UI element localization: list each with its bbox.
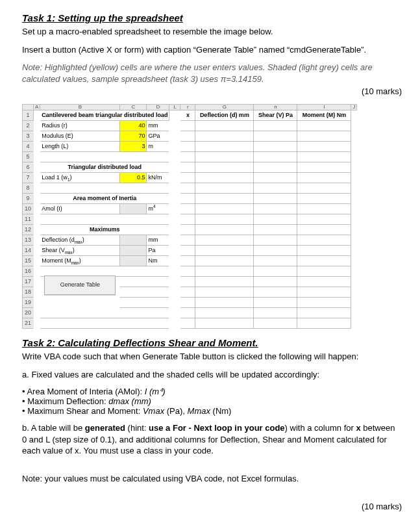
- task2-note: Note: your values must be calculated usi…: [22, 473, 402, 485]
- label-vmax: Shear (Vmax): [40, 245, 120, 255]
- section-triload: Triangular distributed load: [40, 162, 169, 172]
- unit-radius: mm: [147, 120, 169, 131]
- value-modulus[interactable]: 70: [120, 131, 147, 141]
- task2-para1: Write VBA code such that when Generate T…: [22, 351, 402, 363]
- value-amol: [120, 203, 147, 214]
- col-deflection: Deflection (d) mm: [195, 110, 254, 120]
- unit-length: m: [147, 141, 169, 151]
- bullet-vmax-mmax: Maximum Shear and Moment: Vmax (Pa), Mma…: [22, 406, 402, 416]
- col-x: x: [180, 110, 195, 120]
- task2-paraB: b. A table will be generated (hint: use …: [22, 422, 402, 457]
- task1-marks: (10 marks): [22, 86, 402, 97]
- unit-dmax: mm: [147, 235, 169, 245]
- col-shear: Shear (V) Pa: [254, 110, 297, 120]
- label-radius: Radius (r): [40, 120, 120, 131]
- task2-marks: (10 marks): [22, 501, 402, 512]
- task2-paraA: a. Fixed values are calculated and the s…: [22, 369, 402, 381]
- section-inertia: Area moment of Inertia: [40, 193, 169, 203]
- unit-amol: m4: [147, 203, 169, 214]
- section-beam: Cantilevered beam triangular distributed…: [40, 110, 169, 120]
- task2-title: Task 2: Calculating Deflections Shear an…: [22, 337, 402, 350]
- bullet-dmax: Maximum Deflection: dmax (mm): [22, 396, 402, 406]
- label-length: Length (L): [40, 141, 120, 151]
- bullet-amol: Area Moment of Interia (AMol): I (m⁴): [22, 387, 402, 396]
- task1-para2: Insert a button (Active X or form) with …: [22, 44, 402, 56]
- task1-para1: Set up a macro-enabled spreadsheet to re…: [22, 26, 402, 38]
- generate-table-button[interactable]: Generate Table: [44, 275, 116, 295]
- task1-title: Task 1: Setting up the spreadsheet: [22, 12, 402, 25]
- label-dmax: Deflection (dmax): [40, 235, 120, 245]
- value-load1[interactable]: 0.5: [120, 172, 147, 183]
- section-maximums: Maximums: [40, 224, 169, 235]
- unit-vmax: Pa: [147, 245, 169, 255]
- label-modulus: Modulus (E): [40, 131, 120, 141]
- task1-note: Note: Highlighted (yellow) cells are whe…: [22, 62, 402, 84]
- unit-mmax: Nm: [147, 255, 169, 266]
- value-dmax: [120, 235, 147, 245]
- label-amol: Amol (I): [40, 203, 120, 214]
- unit-load1: kN/m: [147, 172, 169, 183]
- col-moment: Moment (M) Nm: [297, 110, 351, 120]
- value-radius[interactable]: 40: [120, 120, 147, 131]
- value-vmax: [120, 245, 147, 255]
- label-mmax: Moment (Mmax): [40, 255, 120, 266]
- value-mmax: [120, 255, 147, 266]
- label-load1: Load 1 (w1): [40, 172, 120, 183]
- spreadsheet: A B C D L г G п I J 1 Cantilevered beam …: [22, 104, 402, 329]
- unit-modulus: GPa: [147, 131, 169, 141]
- value-length[interactable]: 3: [120, 141, 147, 151]
- spreadsheet-table: A B C D L г G п I J 1 Cantilevered beam …: [22, 104, 357, 329]
- task2-bullets: Area Moment of Interia (AMol): I (m⁴) Ma…: [22, 387, 402, 416]
